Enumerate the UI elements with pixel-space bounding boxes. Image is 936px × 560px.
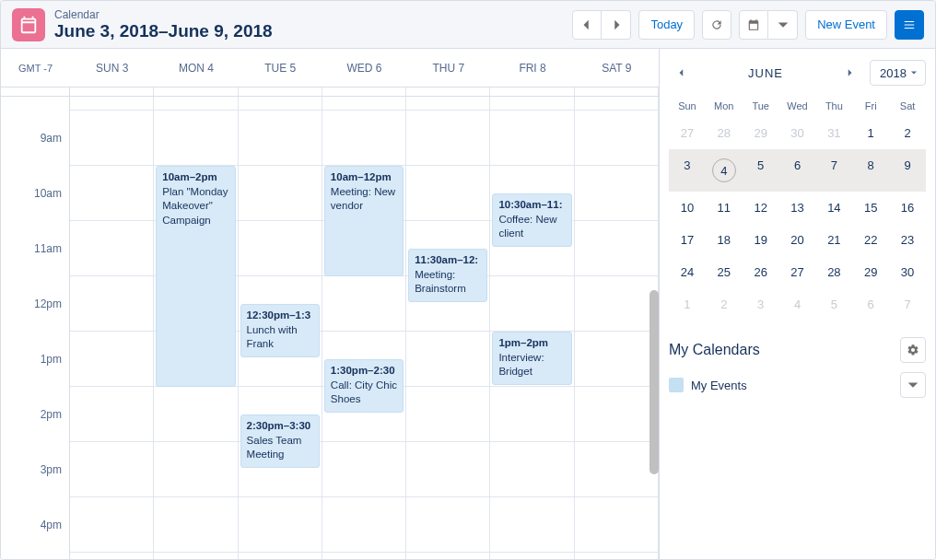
month-label: JUNE (702, 66, 829, 80)
view-type-button[interactable] (739, 10, 768, 40)
mini-cal-day[interactable]: 28 (815, 256, 852, 288)
prev-month-button[interactable] (669, 60, 695, 86)
next-month-button[interactable] (837, 60, 862, 86)
mini-cal-day[interactable]: 8 (852, 149, 889, 192)
mini-cal-day[interactable]: 30 (779, 117, 816, 149)
mini-cal-day[interactable]: 27 (779, 256, 816, 288)
event-title: Coffee: New client (498, 213, 565, 241)
mini-cal-day[interactable]: 15 (852, 192, 889, 224)
time-label: 3pm (1, 463, 69, 519)
mini-cal-day[interactable]: 13 (779, 192, 816, 224)
day-column[interactable]: 12:30pm–1:3Lunch with Frank2:30pm–3:30Sa… (239, 97, 322, 559)
mini-cal-day[interactable]: 6 (779, 149, 816, 192)
calendar-name: My Events (691, 379, 893, 392)
mini-cal-day[interactable]: 2 (889, 117, 926, 149)
mini-cal-day[interactable]: 26 (743, 256, 779, 288)
mini-cal-day[interactable]: 14 (815, 192, 852, 224)
mini-cal-day[interactable]: 20 (779, 224, 816, 256)
mini-cal-day[interactable]: 10 (669, 192, 706, 224)
event-title: Sales Team Meeting (247, 434, 313, 462)
mini-weekday: Fri (852, 95, 889, 117)
event-title: Interview: Bridget (498, 351, 565, 379)
mini-cal-day[interactable]: 7 (889, 288, 926, 321)
prev-week-button[interactable] (572, 10, 602, 40)
year-select[interactable]: 2018 (870, 60, 926, 86)
mini-cal-day[interactable]: 5 (815, 288, 852, 321)
calendar-event[interactable]: 11:30am–12:Meeting: Brainstorm (408, 249, 487, 302)
day-header[interactable]: SUN 3 (70, 49, 154, 87)
day-header[interactable]: THU 7 (406, 49, 490, 87)
header-actions: Today New Event (572, 10, 924, 40)
day-header[interactable]: TUE 5 (239, 49, 322, 87)
calendar-item[interactable]: My Events (669, 372, 926, 398)
today-button[interactable]: Today (638, 10, 695, 40)
list-view-button[interactable] (895, 10, 924, 40)
refresh-button[interactable] (702, 10, 731, 40)
mini-cal-day[interactable]: 11 (706, 192, 743, 224)
mini-cal-day[interactable]: 29 (743, 117, 779, 149)
mini-cal-day[interactable]: 3 (669, 149, 706, 192)
day-header[interactable]: FRI 8 (490, 49, 574, 87)
mini-cal-day[interactable]: 7 (815, 149, 852, 192)
mini-cal-row: 17181920212223 (669, 224, 926, 256)
mini-cal-day[interactable]: 6 (852, 288, 889, 321)
mini-cal-day[interactable]: 19 (743, 224, 779, 256)
mini-cal-day[interactable]: 16 (889, 192, 926, 224)
day-column[interactable]: 11:30am–12:Meeting: Brainstorm (406, 97, 490, 559)
event-time: 1pm–2pm (498, 336, 565, 351)
event-title: Meeting: Brainstorm (415, 268, 481, 297)
calendar-item-menu-button[interactable] (900, 372, 926, 398)
mini-cal-day[interactable]: 28 (706, 117, 743, 149)
day-header[interactable]: SAT 9 (575, 49, 659, 87)
mini-cal-day[interactable]: 29 (852, 256, 889, 288)
calendar-event[interactable]: 2:30pm–3:30Sales Team Meeting (240, 414, 320, 468)
calendar-event[interactable]: 1:30pm–2:30Call: City Chic Shoes (324, 359, 404, 413)
day-column[interactable] (70, 97, 154, 559)
date-range: June 3, 2018–June 9, 2018 (54, 21, 572, 41)
mini-cal-day[interactable]: 1 (852, 117, 889, 149)
time-label: 11am (1, 242, 69, 298)
day-header[interactable]: MON 4 (154, 49, 238, 87)
mini-cal-day[interactable]: 12 (743, 192, 779, 224)
mini-cal-day[interactable]: 5 (743, 149, 779, 192)
mini-cal-day[interactable]: 18 (706, 224, 743, 256)
calendar-event[interactable]: 10am–2pmPlan "Monday Makeover" Campaign (156, 166, 235, 387)
day-column[interactable]: 10am–2pmPlan "Monday Makeover" Campaign (154, 97, 238, 559)
mini-cal-day[interactable]: 21 (815, 224, 852, 256)
view-dropdown-button[interactable] (768, 10, 798, 40)
calendar-event[interactable]: 10am–12pmMeeting: New vendor (324, 166, 404, 276)
month-nav: JUNE 2018 (669, 60, 926, 86)
mini-cal-weekdays: SunMonTueWedThuFriSat (669, 95, 926, 117)
mini-cal-day[interactable]: 27 (669, 117, 706, 149)
mini-cal-day[interactable]: 24 (669, 256, 706, 288)
mini-cal-day[interactable]: 22 (852, 224, 889, 256)
mini-cal-day[interactable]: 17 (669, 224, 706, 256)
mini-calendar: SunMonTueWedThuFriSat 272829303112345678… (669, 95, 926, 321)
grid-body[interactable]: 9am10am11am12pm1pm2pm3pm4pm 10am–2pmPlan… (1, 97, 659, 559)
calendar-event[interactable]: 1pm–2pmInterview: Bridget (492, 332, 571, 385)
day-column[interactable] (575, 97, 659, 559)
day-column[interactable]: 10am–12pmMeeting: New vendor1:30pm–2:30C… (322, 97, 406, 559)
calendar-app-icon (12, 8, 45, 41)
mini-cal-day[interactable]: 23 (889, 224, 926, 256)
new-event-button[interactable]: New Event (805, 10, 887, 40)
day-column[interactable]: 10:30am–11:Coffee: New client1pm–2pmInte… (490, 97, 574, 559)
day-header[interactable]: WED 6 (322, 49, 406, 87)
mini-cal-day[interactable]: 9 (889, 149, 926, 192)
mini-cal-day[interactable]: 4 (706, 149, 743, 192)
scrollbar[interactable] (649, 290, 659, 474)
mini-cal-day[interactable]: 2 (706, 288, 743, 321)
mini-cal-day[interactable]: 30 (889, 256, 926, 288)
mini-cal-day[interactable]: 1 (669, 288, 706, 321)
next-week-button[interactable] (602, 10, 631, 40)
mini-cal-day[interactable]: 31 (815, 117, 852, 149)
calendar-event[interactable]: 10:30am–11:Coffee: New client (492, 193, 571, 247)
my-calendars-settings-button[interactable] (900, 337, 926, 363)
mini-cal-day[interactable]: 3 (743, 288, 779, 321)
event-time: 10am–2pm (162, 170, 228, 185)
mini-cal-day[interactable]: 25 (706, 256, 743, 288)
mini-cal-day[interactable]: 4 (779, 288, 816, 321)
main: GMT -7 SUN 3 MON 4 TUE 5 WED 6 THU 7 FRI… (1, 49, 935, 559)
calendar-event[interactable]: 12:30pm–1:3Lunch with Frank (240, 304, 320, 357)
event-time: 1:30pm–2:30 (331, 364, 397, 379)
